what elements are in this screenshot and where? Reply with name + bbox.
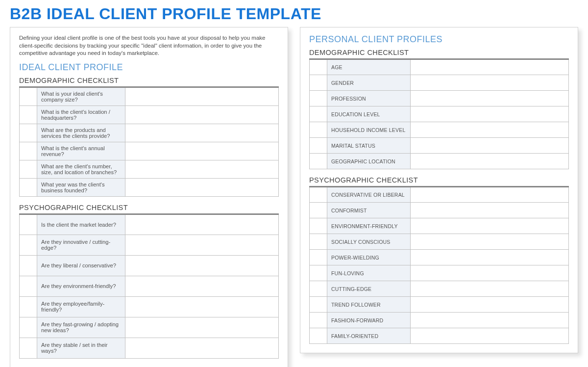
- value-cell[interactable]: [125, 178, 279, 196]
- check-cell[interactable]: [310, 75, 327, 91]
- check-cell[interactable]: [20, 317, 37, 338]
- value-cell[interactable]: [411, 234, 569, 250]
- table-row: SOCIALLY CONSCIOUS: [310, 234, 569, 250]
- value-cell[interactable]: [411, 187, 569, 203]
- value-cell[interactable]: [125, 276, 279, 296]
- check-cell[interactable]: [310, 187, 327, 203]
- table-row: What is your ideal client's company size…: [20, 87, 279, 105]
- table-row: What are the products and services the c…: [20, 124, 279, 142]
- table-row: AGE: [310, 59, 569, 75]
- value-cell[interactable]: [125, 160, 279, 178]
- value-cell[interactable]: [125, 255, 279, 276]
- table-row: Are they environment-friendly?: [20, 276, 279, 296]
- check-cell[interactable]: [20, 338, 37, 358]
- label-cell: What is the client's location / headquar…: [37, 105, 125, 124]
- table-row: CONFORMIST: [310, 203, 569, 218]
- left-panel: Defining your ideal client profile is on…: [10, 27, 288, 367]
- check-cell[interactable]: [20, 160, 37, 178]
- label-cell: What is the client's annual revenue?: [37, 142, 125, 160]
- label-cell: FUN-LOVING: [327, 265, 411, 281]
- value-cell[interactable]: [411, 154, 569, 169]
- label-cell: Are they stable / set in their ways?: [37, 338, 125, 358]
- value-cell[interactable]: [411, 138, 569, 154]
- check-cell[interactable]: [20, 296, 37, 317]
- check-cell[interactable]: [310, 218, 327, 234]
- value-cell[interactable]: [411, 328, 569, 344]
- check-cell[interactable]: [310, 234, 327, 250]
- label-cell: ENVIRONMENT-FRIENDLY: [327, 218, 411, 234]
- check-cell[interactable]: [310, 106, 327, 122]
- label-cell: Are they environment-friendly?: [37, 276, 125, 296]
- panels-container: Defining your ideal client profile is on…: [10, 27, 578, 367]
- table-row: Are they stable / set in their ways?: [20, 338, 279, 358]
- value-cell[interactable]: [411, 91, 569, 106]
- value-cell[interactable]: [125, 87, 279, 105]
- table-row: What is the client's location / headquar…: [20, 105, 279, 124]
- table-row: EDUCATION LEVEL: [310, 106, 569, 122]
- check-cell[interactable]: [310, 203, 327, 218]
- table-row: FUN-LOVING: [310, 265, 569, 281]
- check-cell[interactable]: [20, 87, 37, 105]
- table-row: FAMILY-ORIENTED: [310, 328, 569, 344]
- table-row: ENVIRONMENT-FRIENDLY: [310, 218, 569, 234]
- value-cell[interactable]: [125, 142, 279, 160]
- table-row: MARITAL STATUS: [310, 138, 569, 154]
- value-cell[interactable]: [411, 265, 569, 281]
- value-cell[interactable]: [411, 250, 569, 265]
- check-cell[interactable]: [310, 122, 327, 138]
- label-cell: Are they liberal / conservative?: [37, 255, 125, 276]
- right-panel: PERSONAL CLIENT PROFILES DEMOGRAPHIC CHE…: [300, 27, 578, 353]
- table-row: CUTTING-EDGE: [310, 281, 569, 297]
- check-cell[interactable]: [310, 265, 327, 281]
- check-cell[interactable]: [20, 235, 37, 255]
- table-row: GEOGRAPHIC LOCATION: [310, 154, 569, 169]
- value-cell[interactable]: [125, 317, 279, 338]
- label-cell: What year was the client's business foun…: [37, 178, 125, 196]
- check-cell[interactable]: [310, 154, 327, 169]
- value-cell[interactable]: [411, 122, 569, 138]
- table-row: HOUSEHOLD INCOME LEVEL: [310, 122, 569, 138]
- value-cell[interactable]: [411, 75, 569, 91]
- value-cell[interactable]: [411, 297, 569, 313]
- check-cell[interactable]: [20, 178, 37, 196]
- label-cell: MARITAL STATUS: [327, 138, 411, 154]
- value-cell[interactable]: [411, 203, 569, 218]
- value-cell[interactable]: [125, 338, 279, 358]
- value-cell[interactable]: [125, 214, 279, 235]
- check-cell[interactable]: [20, 276, 37, 296]
- label-cell: Are they innovative / cutting-edge?: [37, 235, 125, 255]
- check-cell[interactable]: [20, 124, 37, 142]
- label-cell: PROFESSION: [327, 91, 411, 106]
- value-cell[interactable]: [411, 313, 569, 328]
- check-cell[interactable]: [310, 250, 327, 265]
- value-cell[interactable]: [411, 218, 569, 234]
- check-cell[interactable]: [20, 105, 37, 124]
- label-cell: POWER-WIELDING: [327, 250, 411, 265]
- table-row: Is the client the market leader?: [20, 214, 279, 235]
- check-cell[interactable]: [310, 138, 327, 154]
- check-cell[interactable]: [310, 313, 327, 328]
- label-cell: SOCIALLY CONSCIOUS: [327, 234, 411, 250]
- label-cell: What is your ideal client's company size…: [37, 87, 125, 105]
- value-cell[interactable]: [125, 296, 279, 317]
- ideal-client-profile-heading: IDEAL CLIENT PROFILE: [19, 62, 279, 73]
- value-cell[interactable]: [411, 281, 569, 297]
- value-cell[interactable]: [125, 235, 279, 255]
- value-cell[interactable]: [411, 59, 569, 75]
- check-cell[interactable]: [310, 59, 327, 75]
- check-cell[interactable]: [310, 281, 327, 297]
- check-cell[interactable]: [310, 328, 327, 344]
- check-cell[interactable]: [20, 142, 37, 160]
- check-cell[interactable]: [20, 255, 37, 276]
- right-psych-table: CONSERVATIVE OR LIBERAL CONFORMIST ENVIR…: [309, 186, 569, 344]
- check-cell[interactable]: [310, 297, 327, 313]
- value-cell[interactable]: [411, 106, 569, 122]
- label-cell: CONFORMIST: [327, 203, 411, 218]
- table-row: What is the client's annual revenue?: [20, 142, 279, 160]
- check-cell[interactable]: [20, 214, 37, 235]
- label-cell: TREND FOLLOWER: [327, 297, 411, 313]
- value-cell[interactable]: [125, 124, 279, 142]
- right-demo-table: AGE GENDER PROFESSION EDUCATION LEVEL HO…: [309, 58, 569, 169]
- value-cell[interactable]: [125, 105, 279, 124]
- check-cell[interactable]: [310, 91, 327, 106]
